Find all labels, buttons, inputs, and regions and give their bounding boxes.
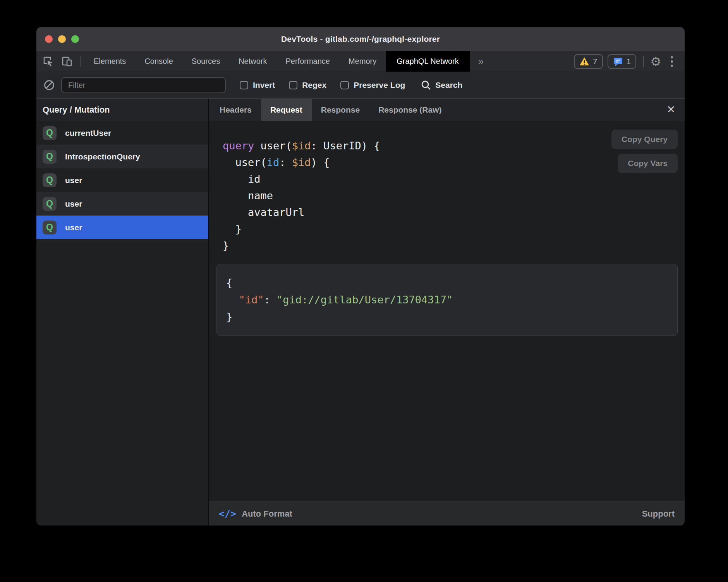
tab-performance[interactable]: Performance — [276, 51, 340, 72]
tab-sources[interactable]: Sources — [182, 51, 229, 72]
request-content: query user($id: UserID) { user(id: $id) … — [209, 121, 685, 502]
list-item-user-3-selected[interactable]: Q user — [36, 216, 208, 239]
checkbox-label: Regex — [302, 80, 326, 90]
copy-query-button[interactable]: Copy Query — [611, 130, 678, 149]
tab-response[interactable]: Response — [312, 99, 369, 121]
list-item-label: user — [65, 199, 82, 209]
query-type-badge: Q — [43, 221, 57, 235]
preserve-log-checkbox[interactable]: Preserve Log — [340, 80, 405, 90]
devtools-tab-bar: Elements Console Sources Network Perform… — [36, 51, 685, 72]
tab-request[interactable]: Request — [261, 99, 312, 121]
search-label: Search — [435, 80, 462, 90]
warning-icon — [579, 57, 589, 66]
tab-elements[interactable]: Elements — [84, 51, 135, 72]
device-toolbar-icon[interactable] — [61, 56, 73, 67]
list-item-label: IntrospectionQuery — [65, 152, 140, 161]
detail-tab-strip: Headers Request Response Response (Raw) … — [209, 99, 685, 121]
query-list-header: Query / Mutation — [36, 99, 208, 121]
checkbox-label: Preserve Log — [354, 80, 405, 90]
query-list-panel: Query / Mutation Q currentUser Q Introsp… — [36, 99, 208, 526]
checkbox-box[interactable] — [289, 81, 297, 89]
query-type-badge: Q — [43, 126, 57, 140]
list-item-user-1[interactable]: Q user — [36, 168, 208, 192]
window-title: DevTools - gitlab.com/-/graphql-explorer — [36, 34, 685, 44]
tab-response-raw[interactable]: Response (Raw) — [369, 99, 451, 121]
query-variables-box: { "id": "gid://gitlab/User/13704317"} — [216, 264, 678, 336]
search-control[interactable]: Search — [421, 80, 462, 91]
message-icon — [613, 57, 623, 66]
list-item-user-2[interactable]: Q user — [36, 192, 208, 216]
checkbox-label: Invert — [253, 80, 275, 90]
customize-menu-icon[interactable] — [671, 56, 673, 67]
search-icon — [421, 80, 431, 91]
list-item-label: currentUser — [65, 128, 111, 138]
list-item-currentUser[interactable]: Q currentUser — [36, 121, 208, 145]
auto-format-label: Auto Format — [242, 509, 292, 519]
request-detail-panel: Headers Request Response Response (Raw) … — [209, 99, 685, 526]
status-bar: </> Auto Format Support — [209, 502, 685, 526]
toolbar-separator — [643, 56, 644, 67]
devtools-window: DevTools - gitlab.com/-/graphql-explorer… — [36, 27, 685, 526]
regex-checkbox[interactable]: Regex — [289, 80, 326, 90]
title-bar: DevTools - gitlab.com/-/graphql-explorer — [36, 27, 685, 51]
checkbox-box[interactable] — [340, 81, 349, 89]
warnings-badge[interactable]: 7 — [574, 54, 603, 69]
tab-console[interactable]: Console — [135, 51, 182, 72]
auto-format-button[interactable]: </> Auto Format — [219, 508, 292, 519]
tab-graphql-network[interactable]: GraphQL Network — [386, 51, 469, 72]
message-count: 1 — [627, 57, 631, 66]
clear-filter-icon[interactable] — [43, 79, 55, 91]
close-detail-icon[interactable]: ✕ — [666, 104, 675, 115]
query-type-badge: Q — [43, 150, 57, 164]
list-item-label: user — [65, 176, 82, 185]
settings-gear-icon[interactable]: ⚙ — [650, 55, 661, 68]
more-tabs-chevron-icon[interactable]: » — [470, 51, 492, 72]
inspect-element-icon[interactable] — [43, 56, 54, 67]
checkbox-box[interactable] — [240, 81, 248, 89]
copy-vars-button[interactable]: Copy Vars — [618, 154, 678, 173]
filter-bar: Invert Regex Preserve Log Search — [36, 72, 685, 99]
issues-badge[interactable]: 1 — [608, 54, 637, 69]
query-type-badge: Q — [43, 197, 57, 211]
invert-checkbox[interactable]: Invert — [240, 80, 275, 90]
list-item-label: user — [65, 223, 82, 232]
graphql-query-code: query user($id: UserID) { user(id: $id) … — [223, 137, 685, 254]
filter-input[interactable] — [61, 77, 226, 93]
query-type-badge: Q — [43, 173, 57, 187]
support-link[interactable]: Support — [642, 509, 675, 519]
tab-network[interactable]: Network — [229, 51, 276, 72]
main-split: Query / Mutation Q currentUser Q Introsp… — [36, 99, 685, 526]
code-format-icon: </> — [219, 508, 236, 519]
tab-memory[interactable]: Memory — [339, 51, 386, 72]
list-item-introspectionQuery[interactable]: Q IntrospectionQuery — [36, 145, 208, 168]
warning-count: 7 — [593, 57, 598, 66]
tab-headers[interactable]: Headers — [210, 99, 261, 121]
toolbar-separator — [80, 56, 81, 67]
